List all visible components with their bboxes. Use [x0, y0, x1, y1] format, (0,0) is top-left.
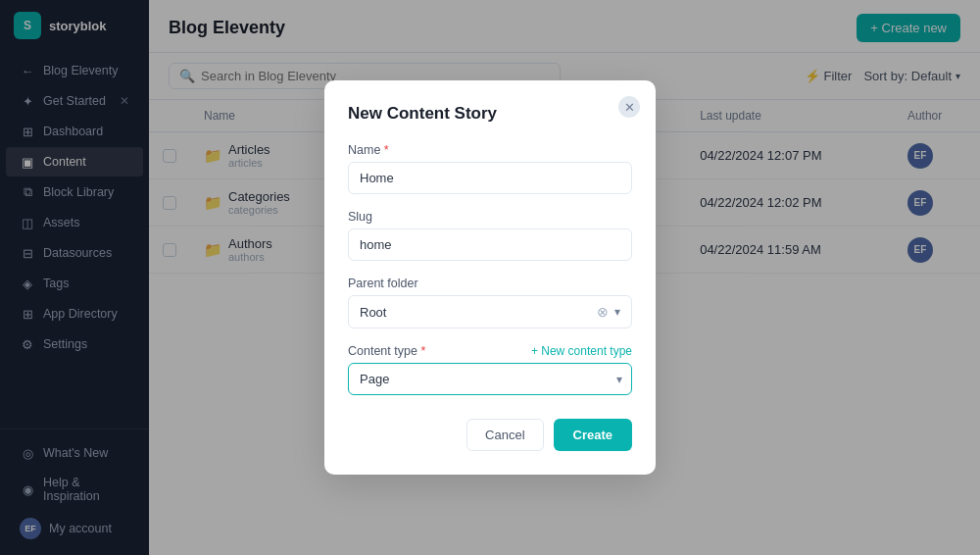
content-type-select-wrap: Page Article Category Author ▾	[348, 363, 632, 395]
slug-label: Slug	[348, 210, 632, 224]
name-input[interactable]	[348, 162, 632, 194]
required-star-2: *	[420, 344, 425, 358]
new-content-story-modal: ✕ New Content Story Name * Slug Parent f…	[324, 80, 656, 475]
required-star: *	[384, 143, 389, 157]
slug-field-group: Slug	[348, 210, 632, 261]
content-type-header: Content type * + New content type	[348, 344, 632, 358]
new-content-type-link[interactable]: + New content type	[531, 344, 632, 358]
parent-folder-value: Root	[360, 305, 386, 320]
clear-parent-icon[interactable]: ⊗	[597, 304, 609, 320]
modal-title: New Content Story	[348, 104, 632, 124]
chevron-down-icon: ▾	[614, 305, 620, 319]
parent-folder-label: Parent folder	[348, 277, 632, 290]
parent-folder-controls: ⊗ ▾	[597, 304, 620, 320]
name-field-group: Name *	[348, 143, 632, 194]
cancel-button[interactable]: Cancel	[466, 419, 543, 451]
modal-actions: Cancel Create	[348, 419, 632, 451]
name-label: Name *	[348, 143, 632, 157]
create-button[interactable]: Create	[554, 419, 632, 451]
content-type-label: Content type *	[348, 344, 425, 358]
content-type-group: Content type * + New content type Page A…	[348, 344, 632, 395]
content-type-select[interactable]: Page Article Category Author	[348, 363, 632, 395]
modal-overlay: ✕ New Content Story Name * Slug Parent f…	[0, 0, 980, 555]
parent-folder-group: Parent folder Root ⊗ ▾	[348, 277, 632, 328]
slug-input[interactable]	[348, 228, 632, 261]
modal-close-button[interactable]: ✕	[618, 96, 640, 118]
parent-folder-select[interactable]: Root ⊗ ▾	[348, 295, 632, 328]
